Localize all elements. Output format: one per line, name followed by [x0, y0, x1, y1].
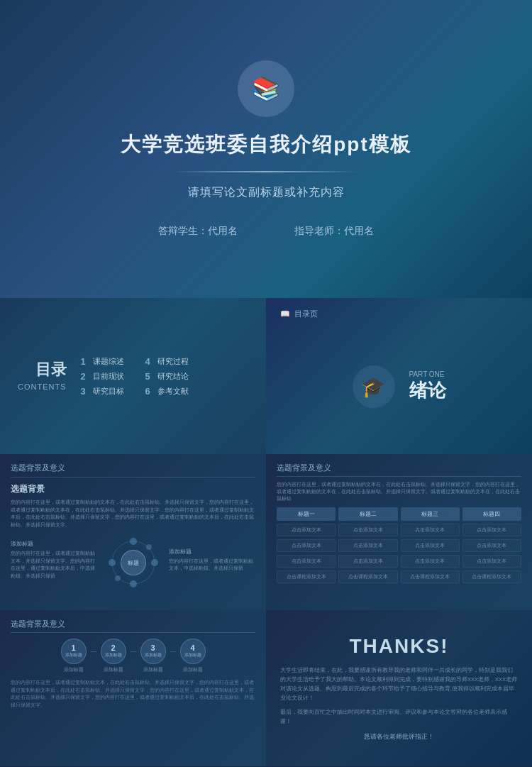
cell-3-3: 点击添加文本: [401, 555, 460, 568]
header-3: 标题三: [401, 507, 460, 521]
step-connector-2: [131, 651, 136, 652]
student-info: 答辩学生：代用名: [158, 225, 238, 238]
diagram-right: 添加标题 您的内容打在这里，或者通过复制粘贴文本，中选择粘钮、并选择只保留: [169, 548, 256, 578]
cell-4-3: 点击课程添加文本: [401, 570, 460, 583]
svg-point-5: [146, 544, 152, 550]
part-label: PART ONE 绪论: [409, 370, 446, 403]
svg-point-3: [130, 580, 137, 587]
thanks-closing: 恳请各位老师批评指正！: [280, 732, 518, 741]
page-content: 🎓 PART ONE 绪论: [280, 330, 518, 443]
toc-item-2: 2 目前现状: [81, 371, 124, 382]
cell-3-2: 点击添加文本: [338, 555, 397, 568]
section-title-5: 选题背景及意义: [277, 463, 521, 477]
section-title-4: 选题背景及意义: [11, 463, 255, 478]
page-header: 📖 目录页: [280, 309, 518, 319]
center-circle: 标题: [121, 550, 146, 575]
contents-label: 目录 CONTENTS: [18, 360, 67, 393]
toc-list: 1 课题综述 4 研究过程 2 目前现状 5 研究结论 3 研究目标 6 参考文…: [81, 356, 189, 397]
section-title-6: 选题背景及意义: [11, 619, 255, 633]
body-text-6: 您的内容打在这里，或者通过复制粘贴文本，在此处右击鼠标钻、并选择只保留文字，您的…: [11, 679, 255, 709]
cell-4-4: 点击课程添加文本: [462, 570, 521, 583]
slide-contents: 目录 CONTENTS 1 课题综述 4 研究过程 2 目前现状 5 研究结论 …: [0, 298, 266, 454]
steps-row: 1 添加标题 添加标题 2 添加标题 添加标题 3 添加标题 添加标题: [11, 639, 255, 673]
step-circle-1: 1 添加标题: [61, 639, 87, 664]
subtitle: 请填写论文副标题或补充内容: [188, 185, 345, 200]
step-circle-3: 3 添加标题: [140, 639, 166, 664]
toc-item-4: 4 研究过程: [145, 356, 189, 367]
add-text: 您的内容打在这里，或者通过复制粘贴文本，并选择只保留文字。您的内容打在这里，通过…: [11, 550, 98, 580]
cell-2-2: 点击添加文本: [338, 539, 397, 552]
step-4: 4 添加标题 添加标题: [180, 639, 206, 673]
step-2: 2 添加标题 添加标题: [101, 639, 126, 673]
bg-title: 选题背景: [11, 483, 255, 495]
title-divider: [174, 171, 358, 172]
contents-en: CONTENTS: [18, 382, 67, 391]
body-text-5: 您的内容打在这里，或者通过复制粘贴的文本在，在此处右击鼠标钻、并选择只保留文字，…: [277, 481, 521, 502]
circle-diagram: 标题: [105, 534, 162, 591]
teacher-info: 指导老师：代用名: [294, 225, 374, 238]
header-1: 标题一: [277, 507, 336, 521]
contents-zh: 目录: [18, 360, 67, 380]
graduation-icon: 🎓: [353, 365, 395, 408]
cell-3-4: 点击添加文本: [462, 555, 521, 568]
diagram-left: 添加标题 您的内容打在这里，或者通过复制粘贴文本，并选择只保留文字。您的内容打在…: [11, 540, 98, 585]
step-1: 1 添加标题 添加标题: [61, 639, 87, 673]
cell-1-4: 点击添加文本: [462, 524, 521, 536]
toc-item-5: 5 研究结论: [145, 371, 189, 382]
slide-background-diagram: 选题背景及意义 选题背景 您的内容打在这里，或者通过复制粘贴的文本在，在此处右击…: [0, 454, 266, 610]
add-label: 添加标题: [11, 540, 98, 548]
slide-title: 📚 大学竞选班委自我介绍ppt模板 请填写论文副标题或补充内容 答辩学生：代用名…: [0, 0, 532, 298]
cell-1-3: 点击添加文本: [401, 524, 460, 536]
step-connector-3: [170, 651, 176, 652]
thanks-title: THANKS!: [280, 635, 518, 658]
step-circle-4: 4 添加标题: [180, 639, 206, 664]
slide-thanks: THANKS! 大学生活即将结束，在此，我要感谢所有教导我的老师和同伴一共成长的…: [266, 610, 532, 766]
step-circle-2: 2 添加标题: [101, 639, 126, 664]
svg-point-6: [115, 575, 121, 581]
cell-1-1: 点击添加文本: [277, 524, 336, 536]
main-title: 大学竞选班委自我介绍ppt模板: [121, 131, 411, 158]
step-3: 3 添加标题 添加标题: [140, 639, 166, 673]
slide-background-table: 选题背景及意义 您的内容打在这里，或者通过复制粘贴的文本在，在此处右击鼠标钻、并…: [266, 454, 532, 610]
table-grid: 标题一 标题二 标题三 标题四 点击添加文本 点击添加文本 点击添加文本 点击添…: [277, 507, 521, 583]
cell-2-3: 点击添加文本: [401, 539, 460, 552]
cell-2-1: 点击添加文本: [277, 539, 336, 552]
book-icon: 📚: [252, 75, 280, 102]
step-connector-1: [91, 651, 96, 652]
diagram-area: 添加标题 您的内容打在这里，或者通过复制粘贴文本，并选择只保留文字。您的内容打在…: [11, 534, 255, 591]
svg-point-4: [109, 559, 116, 566]
slide-intro: 📖 目录页 🎓 PART ONE 绪论: [266, 298, 532, 454]
svg-point-1: [130, 538, 137, 545]
slide-steps: 选题背景及意义 1 添加标题 添加标题 2 添加标题 添加标题 3: [0, 610, 266, 766]
cell-2-4: 点击添加文本: [462, 539, 521, 552]
body-text-4: 您的内容打在这里，或者通过复制粘贴的文本在，在此处右击鼠标钻、并选择只保留文字，…: [11, 499, 255, 529]
authors-row: 答辩学生：代用名 指导老师：代用名: [158, 225, 374, 238]
book-icon-small: 📖: [280, 309, 290, 319]
slides-grid: 目录 CONTENTS 1 课题综述 4 研究过程 2 目前现状 5 研究结论 …: [0, 298, 532, 766]
header-2: 标题二: [338, 507, 397, 521]
cell-3-1: 点击添加文本: [277, 555, 336, 568]
cell-4-2: 点击课程添加文本: [338, 570, 397, 583]
header-4: 标题四: [462, 507, 521, 521]
thanks-text-2: 最后，我要向百忙之中抽出时间对本文进行审阅、评议和参与本论文答辩的各位老师表示感…: [280, 708, 518, 727]
svg-point-2: [151, 559, 158, 566]
toc-item-3: 3 研究目标: [81, 386, 124, 397]
cell-1-2: 点击添加文本: [338, 524, 397, 536]
book-icon-wrapper: 📚: [238, 60, 294, 117]
toc-item-1: 1 课题综述: [81, 356, 124, 367]
thanks-text-1: 大学生活即将结束，在此，我要感谢所有教导我的老师和同伴一共成长的同学，特别是我我…: [280, 666, 518, 702]
cell-4-1: 点击课程添加文本: [277, 570, 336, 583]
toc-item-6: 6 参考文献: [145, 386, 189, 397]
